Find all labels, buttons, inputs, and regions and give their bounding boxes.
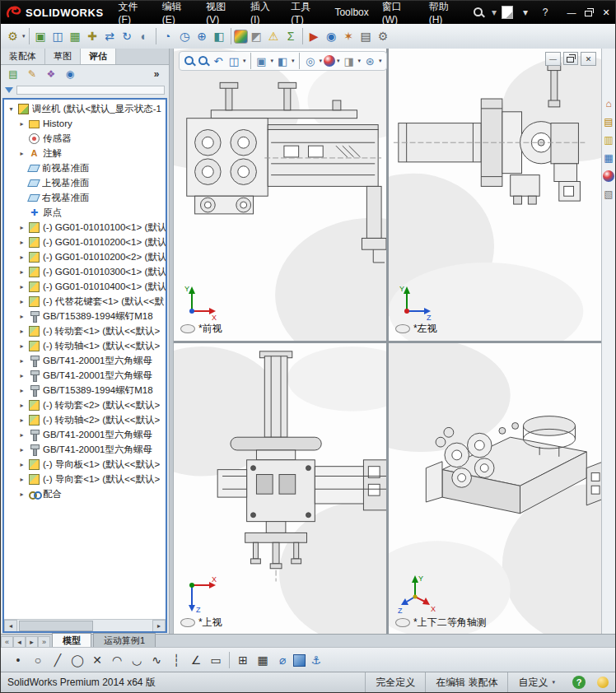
insert-components-icon[interactable]: ▣	[32, 28, 49, 45]
expander-icon[interactable]: ▸	[18, 476, 26, 483]
dropdown-caret-icon[interactable]: ▾	[337, 58, 340, 64]
expander-icon[interactable]: ▸	[18, 372, 26, 379]
displaymanager-icon[interactable]: ◉	[62, 67, 78, 81]
expander-icon[interactable]: ▸	[18, 150, 26, 157]
rotate-component-icon[interactable]: ↻	[119, 28, 136, 45]
help-icon[interactable]: ?	[538, 5, 553, 20]
restore-button[interactable]	[582, 7, 595, 18]
new-document-icon[interactable]	[502, 6, 513, 19]
tree-item[interactable]: ▸(-) GG01-01010200<2> (默认	[4, 249, 166, 264]
scrollbar-thumb[interactable]	[19, 621, 93, 631]
expander-icon[interactable]: ▸	[18, 461, 26, 468]
help-status-icon[interactable]: ?	[572, 676, 586, 689]
convert-entities-icon[interactable]: ⊞	[234, 651, 252, 669]
dropdown-caret-icon[interactable]: ▾	[22, 33, 26, 40]
simulation-icon[interactable]: ▶	[306, 28, 323, 45]
menu-item[interactable]: Toolbox	[328, 1, 375, 24]
smart-fasteners-icon[interactable]: ✚	[84, 28, 101, 45]
tree-item[interactable]: ▸(-) 代替花键套<1> (默认<<默	[4, 294, 166, 309]
tree-item[interactable]: ▸(-) GG01-01010100<1> (默认	[4, 220, 166, 235]
interference-detection-icon[interactable]: ◔	[159, 28, 176, 45]
tree-item[interactable]: ▸GB/T41-20001型六角螺母	[4, 368, 166, 383]
expand-pane-icon[interactable]: »	[148, 67, 165, 81]
expander-icon[interactable]: ▸	[18, 402, 26, 409]
tree-item[interactable]: ▸GB/T41-20001型六角螺母	[4, 427, 166, 442]
hide-show-components-icon[interactable]: ◐	[136, 28, 153, 45]
mate-icon[interactable]: ◫	[49, 28, 67, 45]
expander-icon[interactable]: ▸	[18, 313, 26, 320]
edit-status[interactable]: 在编辑 装配体	[425, 672, 507, 692]
tree-item[interactable]: ▸(-) 转动套<2> (默认<<默认>	[4, 398, 166, 412]
tree-item[interactable]: ▸GB/T15389-1994螺钉M18	[4, 309, 166, 323]
bill-of-materials-icon[interactable]: ▤	[357, 28, 375, 45]
commandmanager-tab[interactable]: 草图	[45, 49, 81, 64]
menu-item[interactable]: 帮助(H)	[422, 1, 467, 24]
view-palette-icon[interactable]: ▦	[603, 152, 614, 164]
tree-item[interactable]: ▸(-) GG01-01010200<1> (默认	[4, 235, 166, 249]
tree-item[interactable]: ▸(-) 转动套<1> (默认<<默认>	[4, 323, 166, 338]
home-icon[interactable]: ⌂	[603, 98, 614, 109]
expander-icon[interactable]: ▸	[18, 431, 26, 439]
centerline-icon[interactable]: ┆	[167, 651, 185, 669]
component-pattern-icon[interactable]: ▦	[67, 28, 84, 45]
edit-appearance-icon[interactable]	[234, 30, 248, 44]
commandmanager-tab[interactable]: 装配体	[1, 49, 45, 64]
3d-sketch-icon[interactable]	[293, 654, 306, 667]
corner-rectangle-icon[interactable]: ▭	[207, 651, 225, 669]
expander-icon[interactable]: ▸	[18, 342, 26, 350]
configurationmanager-icon[interactable]: ❖	[43, 67, 59, 81]
tree-item[interactable]: ▸(-) 转动轴<1> (默认<<默认>	[4, 338, 166, 353]
options-icon[interactable]: ⚙	[375, 28, 392, 45]
doc-minimize-icon[interactable]: —	[545, 52, 561, 66]
arc-icon[interactable]: ◠	[108, 651, 126, 669]
linear-sketch-pattern-icon[interactable]: ▦	[254, 651, 272, 669]
dropdown-caret-icon[interactable]: ▾	[243, 58, 246, 64]
dropdown-caret-icon[interactable]: ▾	[292, 58, 295, 64]
dropdown-caret-icon[interactable]: ▾	[379, 58, 382, 64]
tree-item[interactable]: 前视基准面	[4, 160, 166, 175]
tree-item[interactable]: ▸(-) GG01-01010400<1> (默认	[4, 279, 166, 294]
tree-item[interactable]: ▸(-) 导向板<1> (默认<<默认>	[4, 457, 166, 472]
spline-icon[interactable]: ∿	[147, 651, 166, 669]
tree-item[interactable]: ▸(-) 导向套<1> (默认<<默认>	[4, 472, 166, 486]
menu-item[interactable]: 文件(F)	[112, 1, 156, 24]
screw-dropdown-icon[interactable]: ⚙	[4, 28, 21, 45]
filter-field[interactable]	[16, 86, 165, 95]
search-icon[interactable]	[472, 6, 485, 19]
document-tab[interactable]: 模型	[52, 633, 91, 648]
doc-restore-icon[interactable]	[563, 52, 578, 65]
featuremanager-tree-icon[interactable]: ▤	[5, 67, 21, 81]
tree-item[interactable]: ▸配合	[4, 486, 166, 501]
anchor-icon[interactable]: ⚓	[307, 651, 325, 669]
move-component-icon[interactable]: ⇄	[101, 28, 119, 45]
tree-horizontal-scrollbar[interactable]: ◂ ▸	[4, 619, 166, 631]
tree-item[interactable]: 上视基准面	[4, 175, 166, 190]
expander-icon[interactable]: ▸	[18, 283, 26, 291]
tree-item[interactable]: ▸A注解	[4, 146, 166, 160]
appearances-icon[interactable]	[603, 170, 614, 182]
first-tab-icon[interactable]: «	[1, 636, 13, 648]
point-icon[interactable]: •	[9, 651, 27, 669]
viewport-top[interactable]: X Z *上视	[174, 343, 386, 635]
design-library-icon[interactable]: ▤	[603, 116, 614, 128]
file-explorer-icon[interactable]: ▥	[603, 134, 614, 146]
expander-icon[interactable]: ▸	[18, 328, 26, 335]
expander-icon[interactable]: ▸	[18, 298, 26, 305]
tree-item[interactable]: ✚原点	[4, 205, 166, 220]
smart-dimension-icon[interactable]: ⌀	[273, 651, 292, 669]
expander-icon[interactable]: ▸	[18, 253, 26, 261]
minimize-button[interactable]: —	[562, 5, 581, 20]
new-document-caret-icon[interactable]: ▾	[518, 5, 533, 20]
expander-icon[interactable]: ▸	[18, 416, 26, 424]
dropdown-caret-icon[interactable]: ▾	[552, 679, 555, 686]
expander-icon[interactable]: ▸	[18, 224, 26, 231]
customize-dropdown[interactable]: 自定义▾	[507, 672, 566, 692]
expander-icon[interactable]: ▾	[7, 105, 15, 113]
search-area[interactable]: ▾	[472, 5, 502, 20]
dropdown-caret-icon[interactable]: ▾	[320, 58, 323, 64]
line-icon[interactable]: ╱	[49, 651, 67, 669]
zoom-fit-icon[interactable]	[183, 54, 196, 67]
custom-properties-icon[interactable]: ▧	[603, 188, 614, 200]
expander-icon[interactable]: ▸	[18, 446, 26, 453]
zoom-area-icon[interactable]	[197, 54, 210, 67]
